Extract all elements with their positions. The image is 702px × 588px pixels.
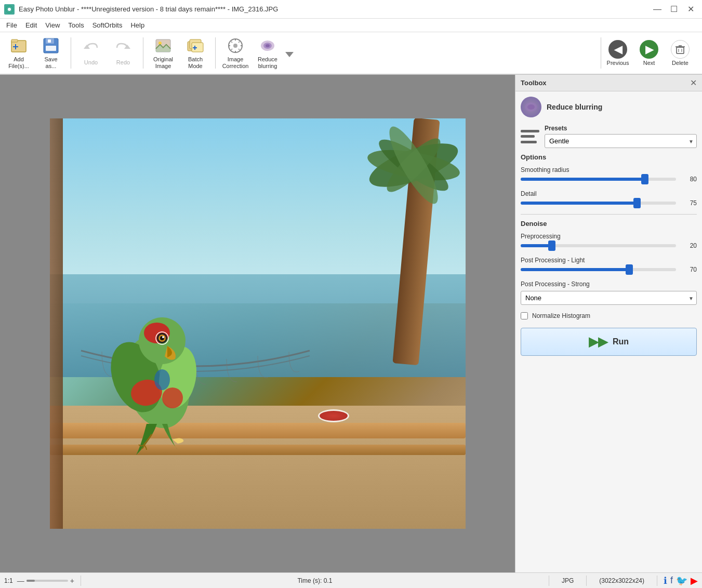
menu-edit[interactable]: Edit	[21, 20, 41, 31]
reduce-blurring-button[interactable]: Reduceblurring	[252, 35, 283, 71]
zoom-slider-fill	[27, 580, 35, 582]
original-image-label: OriginalImage	[153, 56, 173, 70]
previous-icon: ◀	[608, 40, 627, 59]
minimize-button[interactable]: —	[650, 3, 665, 16]
facebook-icon[interactable]: f	[670, 575, 673, 586]
image-correction-icon	[226, 36, 245, 55]
post-processing-light-value: 70	[680, 266, 697, 273]
toolbar-separator-3	[215, 37, 216, 69]
svg-rect-9	[48, 39, 51, 43]
normalize-histogram-label[interactable]: Normalize Histogram	[532, 312, 590, 319]
original-image-icon	[154, 36, 173, 55]
status-bar: 1:1 — + Time (s): 0.1 JPG (3022x3022x24)…	[0, 572, 702, 588]
window-controls: — ☐ ✕	[650, 3, 698, 16]
twitter-icon[interactable]: 🐦	[676, 575, 687, 586]
smoothing-radius-slider-wrap: 80	[521, 176, 697, 183]
post-processing-light-slider[interactable]	[521, 268, 676, 271]
presets-select[interactable]: Gentle Medium Strong Custom	[545, 134, 697, 148]
post-processing-light-label: Post Processing - Light	[521, 257, 697, 264]
post-processing-strong-select-wrap: None Light Medium Strong ▼	[521, 291, 697, 305]
youtube-icon[interactable]: ▶	[691, 575, 698, 586]
redo-label: Redo	[116, 59, 130, 66]
zoom-out-button[interactable]: —	[17, 577, 24, 585]
detail-row: Detail 75	[521, 190, 697, 207]
smoothing-radius-thumb[interactable]	[641, 174, 648, 184]
zoom-in-button[interactable]: +	[70, 577, 74, 585]
svg-rect-3	[11, 39, 18, 42]
post-processing-strong-select[interactable]: None Light Medium Strong	[521, 291, 697, 305]
next-button[interactable]: ▶ Next	[634, 35, 664, 71]
smoothing-radius-label: Smoothing radius	[521, 166, 697, 173]
normalize-histogram-checkbox[interactable]	[521, 312, 528, 319]
undo-label: Undo	[84, 59, 98, 66]
preprocessing-thumb[interactable]	[548, 240, 555, 251]
title-bar: Easy Photo Unblur - ****Unregistered ver…	[0, 0, 702, 19]
zoom-level: 1:1	[4, 577, 13, 584]
info-icon[interactable]: ℹ	[664, 575, 667, 586]
left-tree	[50, 118, 63, 529]
svg-point-31	[266, 44, 270, 47]
svg-point-47	[162, 387, 183, 408]
toolbar-separator-2	[143, 37, 143, 69]
batch-mode-button[interactable]: BatchMode	[180, 35, 211, 71]
smoothing-radius-value: 80	[680, 176, 697, 183]
more-icon	[280, 44, 299, 62]
life-buoy	[318, 409, 349, 422]
run-arrow-icon: ▶▶	[589, 335, 607, 349]
status-separator-2	[549, 576, 549, 586]
menu-help[interactable]: Help	[126, 20, 149, 31]
post-processing-light-thumb[interactable]	[626, 264, 633, 275]
detail-thumb[interactable]	[633, 198, 641, 208]
image-scene	[50, 118, 466, 529]
run-button[interactable]: ▶▶ Run	[521, 328, 697, 356]
status-dims: (3022x3022x24)	[593, 577, 651, 584]
menu-tools[interactable]: Tools	[64, 20, 88, 31]
undo-button[interactable]: Undo	[75, 35, 107, 71]
original-image-button[interactable]: OriginalImage	[148, 35, 179, 71]
delete-button[interactable]: Delete	[666, 35, 695, 71]
status-separator-3	[586, 576, 587, 586]
preprocessing-slider[interactable]	[521, 244, 676, 247]
svg-line-26	[239, 49, 240, 50]
save-as-button[interactable]: Saveas...	[35, 35, 67, 71]
batch-mode-label: BatchMode	[188, 56, 203, 70]
svg-rect-8	[46, 46, 56, 51]
denoise-section-label: Denoise	[521, 214, 697, 228]
menu-file[interactable]: File	[2, 20, 21, 31]
palm-leaves	[362, 124, 466, 217]
preprocessing-value: 20	[680, 242, 697, 249]
image-correction-button[interactable]: ImageCorrection	[220, 35, 251, 71]
svg-point-57	[527, 104, 535, 110]
post-processing-strong-label: Post Processing - Strong	[521, 280, 697, 288]
more-button[interactable]	[284, 35, 295, 71]
reduce-blurring-label: Reduceblurring	[258, 56, 277, 70]
detail-slider[interactable]	[521, 202, 676, 205]
reduce-blurring-row: Reduce blurring	[521, 97, 697, 117]
maximize-button[interactable]: ☐	[667, 3, 681, 16]
close-button[interactable]: ✕	[683, 3, 698, 16]
toolbox-close-button[interactable]: ✕	[690, 78, 697, 88]
delete-icon	[671, 40, 690, 59]
redo-button[interactable]: Redo	[108, 35, 139, 71]
image-correction-label: ImageCorrection	[222, 56, 249, 70]
smoothing-radius-row: Smoothing radius 80	[521, 166, 697, 183]
menu-softorbits[interactable]: SoftOrbits	[88, 20, 127, 31]
detail-value: 75	[680, 199, 697, 207]
presets-label: Presets	[545, 125, 697, 132]
presets-icon	[521, 129, 539, 144]
menu-view[interactable]: View	[41, 20, 64, 31]
zoom-slider[interactable]	[27, 580, 68, 582]
previous-button[interactable]: ◀ Previous	[603, 35, 632, 71]
add-files-button[interactable]: AddFile(s)...	[3, 35, 34, 71]
smoothing-radius-slider[interactable]	[521, 178, 676, 181]
svg-line-28	[231, 49, 232, 50]
status-time: Time (s): 0.1	[87, 577, 542, 584]
preset-line-3	[521, 141, 537, 143]
redo-icon	[114, 39, 133, 58]
image-area	[0, 75, 515, 572]
svg-marker-32	[285, 52, 294, 57]
toolbar-separator-1	[71, 37, 71, 69]
presets-select-wrap: Gentle Medium Strong Custom ▼	[545, 134, 697, 148]
save-as-label: Saveas...	[44, 56, 57, 70]
preprocessing-label: Preprocessing	[521, 233, 697, 240]
